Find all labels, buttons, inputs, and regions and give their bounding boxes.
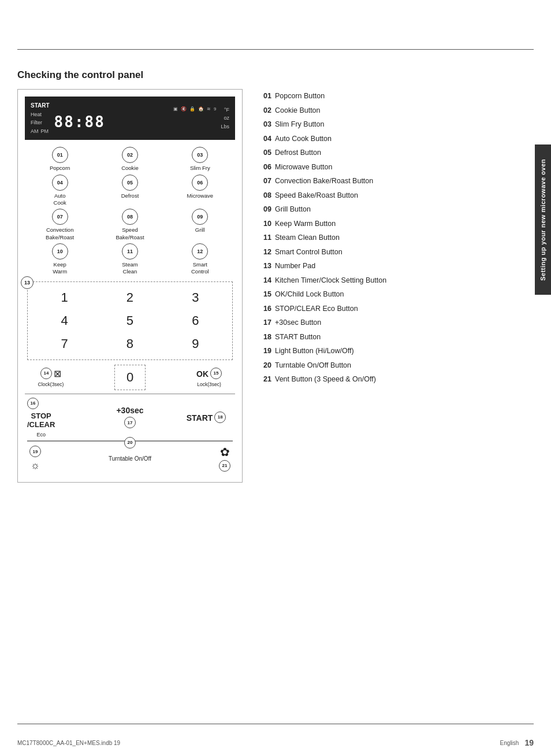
icon1: ▣ [173, 106, 178, 112]
item-text-08: Speed Bake/Roast Button [275, 191, 528, 201]
btn-circle-12[interactable]: 12 [192, 243, 208, 260]
key-2[interactable]: 2 [98, 287, 162, 309]
list-item: 03 Slim Fry Button [260, 120, 528, 130]
item-text-18: START Button [275, 332, 528, 343]
btn-circle-11[interactable]: 11 [122, 243, 138, 260]
last-row: 20 19 ☼ Turntable On/Off ✿ 21 [25, 443, 235, 475]
btn-label-09: Grill [195, 227, 205, 234]
btn-circle-06[interactable]: 06 [192, 175, 208, 191]
ok-label[interactable]: OK [196, 369, 209, 379]
display-area: START Heat Filter AM PM ▣ 🔇 🔒 [25, 97, 235, 140]
btn-label-04: AutoCook [54, 192, 66, 207]
btn-row-2: 04 AutoCook 05 Defrost 06 Microwave [25, 175, 235, 207]
side-tab-text: Setting up your new microwave oven [539, 159, 547, 281]
btn-item-02: 02 Cookie [101, 147, 159, 172]
key-0[interactable]: 0 [114, 365, 146, 390]
section-title: Checking the control panel [17, 69, 528, 81]
item-num-10: 10 [260, 219, 271, 229]
filter-label: Filter [31, 118, 50, 127]
key-5[interactable]: 5 [98, 310, 162, 332]
start-label[interactable]: START [187, 413, 213, 423]
btn-circle-10[interactable]: 10 [52, 243, 68, 260]
stop-plus-start-row: 16 STOP/CLEAREco +30sec 17 START 18 [25, 394, 235, 439]
item-num-17: 17 [260, 318, 271, 328]
list-item: 07 Convection Bake/Roast Button [260, 176, 528, 187]
key-9[interactable]: 9 [163, 333, 228, 355]
item-text-19: Light Button (Hi/Low/Off) [275, 346, 528, 357]
list-item: 17 +30sec Button [260, 318, 528, 328]
item-num-21: 21 [260, 375, 271, 385]
light-icon[interactable]: ☼ [31, 459, 40, 472]
key-7[interactable]: 7 [32, 333, 96, 355]
main-content: Checking the control panel START Heat Fi… [17, 64, 528, 483]
list-item: 04 Auto Cook Button [260, 134, 528, 144]
display-center: ▣ 🔇 🔒 🏠 ≋ 9 88:88 [54, 106, 217, 131]
plus30-label[interactable]: +30sec [116, 406, 143, 415]
ok-sub: Lock(3sec) [197, 381, 221, 387]
light-btn: 19 ☼ [29, 446, 41, 472]
plus30-btn: +30sec 17 [83, 406, 177, 429]
footer-left: MC17T8000C_AA-01_EN+MES.indb 19 [17, 740, 120, 746]
icon3: 🔒 [189, 106, 195, 112]
item-text-21: Vent Button (3 Speed & On/Off) [275, 375, 528, 385]
item-text-01: Popcorn Button [275, 91, 528, 102]
clock-label: Clock(3sec) [38, 381, 64, 387]
item-text-04: Auto Cook Button [275, 134, 528, 144]
btn-label-05: Defrost [121, 192, 139, 199]
item-num-07: 07 [260, 176, 271, 187]
clock-badge: 14 [40, 368, 52, 379]
item-text-16: STOP/CLEAR Eco Button [275, 304, 528, 314]
btn-circle-08[interactable]: 08 [122, 209, 138, 225]
btn-item-11: 11 SteamClean [101, 243, 159, 276]
turntable-label-area: Turntable On/Off [109, 455, 151, 462]
icon5: ≋ [207, 106, 211, 112]
item-text-20: Turntable On/Off Button [275, 361, 528, 371]
item-num-09: 09 [260, 205, 271, 215]
item-num-16: 16 [260, 304, 271, 314]
icon4: 🏠 [198, 106, 204, 112]
light-badge: 19 [29, 446, 41, 457]
f-label: °F [221, 106, 229, 114]
page-container: Setting up your new microwave oven Check… [0, 0, 551, 756]
side-tab: Setting up your new microwave oven [535, 144, 551, 295]
footer-lang: English [500, 740, 519, 746]
btn-circle-03[interactable]: 03 [192, 147, 208, 163]
btn-item-03: 03 Slim Fry [171, 147, 229, 172]
numpad-area: 13 1 2 3 4 5 6 7 8 9 [27, 281, 233, 360]
btn-circle-02[interactable]: 02 [122, 147, 138, 163]
clock-icon[interactable]: ⊠ [54, 368, 61, 379]
key-4[interactable]: 4 [32, 310, 96, 332]
btn-item-07: 07 ConvectionBake/Roast [31, 209, 89, 241]
key-1[interactable]: 1 [32, 287, 96, 309]
item-num-13: 13 [260, 261, 271, 272]
btn-circle-01[interactable]: 01 [52, 147, 68, 163]
page-num: 19 [524, 738, 534, 747]
btn-label-07: ConvectionBake/Roast [46, 227, 74, 241]
numpad-badge: 13 [21, 276, 33, 289]
item-text-02: Cookie Button [275, 106, 528, 116]
list-item: 01 Popcorn Button [260, 91, 528, 102]
btn-circle-09[interactable]: 09 [192, 209, 208, 225]
key-8[interactable]: 8 [98, 333, 162, 355]
btn-circle-05[interactable]: 05 [122, 175, 138, 191]
item-num-04: 04 [260, 134, 271, 144]
btn-item-09: 09 Grill [171, 209, 229, 241]
item-text-12: Smart Control Button [275, 247, 528, 258]
panel-diagram: START Heat Filter AM PM ▣ 🔇 🔒 [17, 89, 243, 483]
key-6[interactable]: 6 [163, 310, 228, 332]
item-num-14: 14 [260, 276, 271, 286]
btn-label-01: Popcorn [50, 165, 70, 172]
key-3[interactable]: 3 [163, 287, 228, 309]
oz-label: oz [221, 114, 229, 122]
stop-label[interactable]: STOP/CLEAREco [27, 412, 55, 439]
list-item: 06 Microwave Button [260, 162, 528, 173]
btn-circle-07[interactable]: 07 [52, 209, 68, 225]
item-text-10: Keep Warm Button [275, 219, 528, 229]
list-item: 16 STOP/CLEAR Eco Button [260, 304, 528, 314]
top-line [17, 49, 534, 50]
btn-circle-04[interactable]: 04 [52, 175, 68, 191]
list-item: 14 Kitchen Timer/Clock Setting Button [260, 276, 528, 286]
am-pm-label: AM PM [31, 127, 50, 135]
vent-icon[interactable]: ✿ [220, 445, 230, 459]
clock-zero-ok-row: 14 ⊠ Clock(3sec) 0 OK 15 [25, 365, 235, 390]
